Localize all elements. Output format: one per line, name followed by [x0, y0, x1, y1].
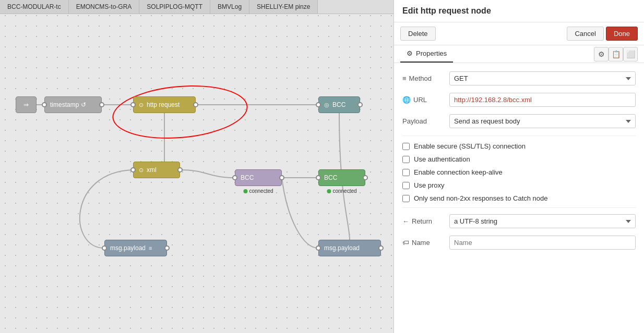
- panel-tabs: ⚙ Properties ⚙ 📋 ⬜: [394, 45, 644, 63]
- port-right: [99, 102, 104, 107]
- url-row: 🌐 URL: [402, 93, 636, 107]
- msg-payload2-label: msg.payload: [324, 244, 360, 252]
- return-row: ← Return a UTF-8 string a binary buffer …: [402, 214, 636, 228]
- auth-checkbox[interactable]: [402, 156, 410, 163]
- toolbar-left: Delete: [400, 27, 436, 41]
- tab-bcc-modular[interactable]: BCC-MODULAR-tc: [0, 0, 69, 14]
- name-row: 🏷 Name: [402, 236, 636, 250]
- port-right: [378, 245, 384, 251]
- port-left: [232, 175, 237, 180]
- payload-label: Payload: [402, 117, 449, 125]
- section-divider1: [402, 135, 636, 136]
- msg-payload1-label: msg.payload: [110, 244, 146, 252]
- panel-toolbar: Delete Cancel Done: [394, 22, 644, 45]
- catch-checkbox-row: Only send non-2xx responses to Catch nod…: [402, 194, 636, 202]
- node-icon: ⊙: [139, 102, 144, 108]
- connected-badge2: connected: [327, 188, 356, 194]
- catch-label[interactable]: Only send non-2xx responses to Catch nod…: [414, 194, 548, 202]
- bcc-green-label: BCC: [324, 174, 337, 181]
- arrow-icon: ⇒: [23, 101, 29, 108]
- connected-text2: connected: [332, 188, 356, 194]
- port-left: [102, 245, 107, 251]
- section-divider2: [402, 207, 636, 208]
- port-right: [164, 245, 170, 251]
- node-bcc-teal[interactable]: ◎ BCC: [318, 96, 360, 113]
- timestamp-label: timestamp ↺: [50, 101, 86, 108]
- right-panel: Edit http request node Delete Cancel Don…: [393, 0, 644, 333]
- connected-badge1: connected: [243, 188, 273, 194]
- keepalive-checkbox[interactable]: [402, 169, 410, 176]
- connected-text: connected: [249, 188, 273, 194]
- export-icon-btn[interactable]: ⬜: [623, 47, 638, 61]
- tab-bmvlog[interactable]: BMVLog: [210, 0, 249, 14]
- url-label: 🌐 URL: [402, 96, 449, 104]
- payload-select[interactable]: Send as request body Ignore Append to qu…: [449, 114, 636, 128]
- panel-title: Edit http request node: [394, 0, 644, 22]
- catch-checkbox[interactable]: [402, 195, 410, 202]
- connected-dot: [327, 189, 331, 193]
- http-request-label: http request: [147, 101, 180, 108]
- method-select[interactable]: GET POST PUT DELETE PATCH: [449, 71, 636, 85]
- proxy-checkbox-row: Use proxy: [402, 181, 636, 189]
- properties-tab[interactable]: ⚙ Properties: [400, 45, 453, 63]
- delete-button[interactable]: Delete: [400, 27, 436, 41]
- tab-emoncms[interactable]: EMONCMS-to-GRA: [69, 0, 140, 14]
- proxy-checkbox[interactable]: [402, 182, 410, 189]
- url-input[interactable]: [449, 93, 636, 107]
- toolbar-right: Cancel Done: [567, 27, 638, 41]
- port-left: [316, 102, 321, 107]
- port-left: [316, 245, 321, 251]
- xml-label: xml: [147, 166, 157, 174]
- port-right: [279, 175, 284, 180]
- settings-icon-btn[interactable]: ⚙: [594, 47, 609, 61]
- node-bcc-purple1[interactable]: BCC connected: [235, 169, 282, 186]
- globe-icon: 🌐: [402, 96, 411, 104]
- port-right: [177, 167, 183, 172]
- properties-label: Properties: [416, 50, 447, 57]
- method-label: ≡ Method: [402, 75, 449, 82]
- return-select[interactable]: a UTF-8 string a binary buffer a parsed …: [449, 214, 636, 228]
- node-timestamp[interactable]: timestamp ↺: [44, 96, 102, 113]
- done-button[interactable]: Done: [606, 27, 638, 41]
- port-right: [363, 175, 368, 180]
- bcc-purple1-label: BCC: [241, 174, 254, 181]
- port-left: [316, 175, 321, 180]
- return-arrow-icon: ←: [402, 217, 409, 225]
- doc-icon-btn[interactable]: 📋: [609, 47, 623, 61]
- gear-icon: ⚙: [407, 50, 413, 57]
- flow-canvas[interactable]: BCC-MODULAR-tc EMONCMS-to-GRA SOLPIPLOG-…: [0, 0, 393, 333]
- auth-label[interactable]: Use authentication: [414, 155, 470, 163]
- port-left: [130, 102, 136, 107]
- node-bcc-green[interactable]: BCC connected: [318, 169, 365, 186]
- port-right: [357, 102, 363, 107]
- ssl-label[interactable]: Enable secure (SSL/TLS) connection: [414, 142, 526, 150]
- panel-body: ≡ Method GET POST PUT DELETE PATCH 🌐 URL…: [394, 63, 644, 333]
- auth-checkbox-row: Use authentication: [402, 155, 636, 163]
- payload-row: Payload Send as request body Ignore Appe…: [402, 114, 636, 128]
- node-msg-payload2[interactable]: msg.payload: [318, 240, 381, 256]
- node-icon: ⊙: [139, 167, 144, 174]
- name-input[interactable]: [449, 236, 636, 250]
- tag-icon: 🏷: [402, 239, 409, 246]
- ssl-checkbox[interactable]: [402, 143, 410, 150]
- proxy-label[interactable]: Use proxy: [414, 181, 445, 189]
- port-left: [130, 167, 136, 172]
- cancel-button[interactable]: Cancel: [567, 27, 603, 41]
- node-xml[interactable]: ⊙ xml: [133, 162, 180, 178]
- node-msg-payload1[interactable]: msg.payload ≡: [104, 240, 167, 256]
- name-label: 🏷 Name: [402, 239, 449, 246]
- port-right: [193, 102, 198, 107]
- port-left: [42, 102, 47, 107]
- keepalive-label[interactable]: Enable connection keep-alive: [414, 168, 503, 176]
- node-input-arrow[interactable]: ⇒: [16, 96, 37, 113]
- method-row: ≡ Method GET POST PUT DELETE PATCH: [402, 71, 636, 85]
- list-icon: ≡: [149, 245, 152, 251]
- tab-shelliy[interactable]: SHELLIY-EM pinze: [249, 0, 318, 14]
- tab-solpiplog[interactable]: SOLPIPLOG-MQTT: [139, 0, 210, 14]
- tab-bar: BCC-MODULAR-tc EMONCMS-to-GRA SOLPIPLOG-…: [0, 0, 393, 14]
- method-icon: ≡: [402, 75, 407, 82]
- node-icon: ◎: [324, 102, 329, 108]
- return-label: ← Return: [402, 217, 449, 225]
- node-http-request[interactable]: ⊙ http request: [133, 96, 196, 113]
- flow-nodes: ⇒ timestamp ↺ ⊙ http request ◎ BCC ⊙ xml: [0, 16, 393, 333]
